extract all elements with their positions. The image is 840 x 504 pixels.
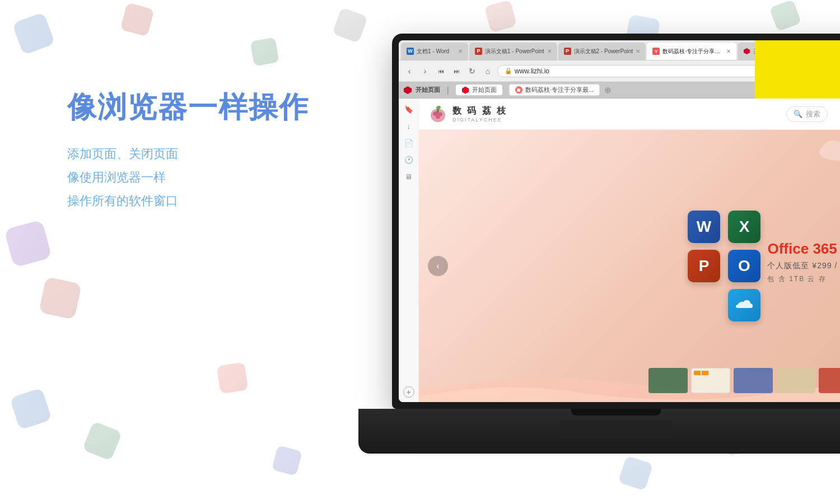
onedrive-icon — [728, 289, 760, 321]
subtitle: 添加页面、关闭页面 像使用浏览器一样 操作所有的软件窗口 — [67, 142, 309, 212]
float-icon-excel-3 — [82, 421, 123, 461]
tab-lizhi-icon: V — [652, 48, 660, 55]
sidebar-btn-bookmarks[interactable]: 🔖 — [403, 103, 415, 115]
first-button[interactable]: ⏮ — [435, 65, 447, 77]
tab-ppt2-close[interactable]: ✕ — [636, 48, 640, 54]
search-icon: 🔍 — [794, 110, 802, 118]
tab-ppt2-icon: P — [564, 48, 571, 55]
float-icon-excel-1 — [250, 37, 279, 66]
powerpoint-icon: P — [688, 250, 720, 282]
tab-separator: | — [447, 86, 449, 95]
startpage-icon — [461, 86, 469, 94]
laptop: W 文档1 - Word ✕ P 演示文稿1 - PowerPoint ✕ P … — [358, 34, 840, 454]
excel-icon: X — [728, 211, 760, 243]
tab-ppt1-label: 演示文稿1 - PowerPoint — [485, 48, 544, 55]
tab-ppt1-icon: P — [475, 48, 482, 55]
cloud-decoration — [816, 138, 840, 163]
subtitle-line-3: 操作所有的软件窗口 — [67, 189, 309, 213]
float-icon-ppt-1 — [120, 2, 154, 36]
laptop-body: W 文档1 - Word ✕ P 演示文稿1 - PowerPoint ✕ P … — [392, 34, 840, 409]
outlook-icon: O — [728, 250, 760, 282]
subtitle-line-2: 像使用浏览器一样 — [67, 166, 309, 189]
forward-button[interactable]: › — [419, 65, 431, 77]
sidebar: 🔖 ↓ 📄 🕐 🖥 + — [399, 99, 419, 402]
lizhi-tab-label: 数码荔枝·专注于分享最... — [525, 86, 594, 94]
tab-word[interactable]: W 文档1 - Word ✕ — [401, 43, 468, 60]
sidebar-btn-add[interactable]: + — [403, 386, 414, 398]
office-desc: 包 含 1TB 云 存 — [767, 274, 840, 284]
tab-ppt1-close[interactable]: ✕ — [547, 48, 552, 54]
hero-banner: ‹ W X P O — [419, 130, 840, 402]
thumb-2 — [691, 368, 730, 393]
quick-tab-add[interactable]: ⊕ — [604, 85, 612, 95]
tab-lizhi[interactable]: V 数码荔枝·专注于分享最... ✕ — [647, 43, 736, 60]
float-icon-word-1 — [12, 12, 55, 55]
tab-ppt2[interactable]: P 演示文稿2 - PowerPoint ✕ — [558, 43, 646, 60]
web-content: 数 码 荔 枝 DIGITALYCHEE 🔍 搜索 首页 — [419, 99, 840, 402]
word-icon: W — [688, 211, 720, 243]
quick-tab-lizhi[interactable]: 数码荔枝·专注于分享最... — [509, 84, 600, 96]
search-placeholder: 搜索 — [806, 109, 820, 119]
float-icon-word-3 — [618, 455, 653, 491]
site-search[interactable]: 🔍 搜索 — [786, 106, 828, 122]
laptop-screen: W 文档1 - Word ✕ P 演示文稿1 - PowerPoint ✕ P … — [399, 40, 840, 402]
float-icon-word-2 — [10, 388, 52, 430]
banner-text: Office 365 正 个人版低至 ¥299 / 包 含 1TB 云 存 — [767, 239, 840, 284]
laptop-notch — [571, 409, 661, 416]
float-icon-teams-1 — [272, 445, 302, 476]
site-sub: DIGITALYCHEE — [452, 117, 507, 123]
float-icon-onenote-1 — [4, 220, 52, 268]
sidebar-btn-notes[interactable]: 📄 — [403, 137, 415, 149]
browser-layout: 🔖 ↓ 📄 🕐 🖥 + — [399, 99, 840, 402]
logo-svg — [428, 104, 448, 124]
thumb-1 — [648, 368, 688, 393]
svg-marker-1 — [404, 86, 412, 94]
left-content: 像浏览器一样操作 添加页面、关闭页面 像使用浏览器一样 操作所有的软件窗口 — [67, 90, 309, 213]
sidebar-btn-download[interactable]: ↓ — [403, 120, 415, 132]
quick-tab-startpage[interactable]: 开始页面 — [456, 85, 502, 95]
startpage-label-2: 开始页面 — [472, 86, 497, 94]
site-logo: 数 码 荔 枝 DIGITALYCHEE — [428, 104, 507, 124]
laptop-base — [358, 409, 840, 454]
startpage-label-1: 开始页面 — [416, 86, 440, 94]
thumb-3 — [734, 368, 773, 393]
svg-marker-0 — [744, 48, 750, 54]
lock-icon: 🔒 — [505, 67, 512, 74]
subtitle-line-1: 添加页面、关闭页面 — [67, 142, 309, 166]
vivaldi-logo-area: 开始页面 — [403, 86, 440, 95]
prev-banner-button[interactable]: ‹ — [428, 256, 448, 276]
float-icon-ppt-2 — [484, 0, 517, 32]
url-text: www.lizhi.io — [515, 67, 549, 75]
float-icon-ppt-3 — [39, 277, 82, 320]
lizhi-favicon — [515, 86, 522, 94]
reload-button[interactable]: ↻ — [466, 65, 478, 77]
back-button[interactable]: ‹ — [403, 65, 416, 77]
thumb-5 — [819, 368, 840, 393]
tab-ppt2-label: 演示文稿2 - PowerPoint — [574, 48, 633, 55]
vivaldi-logo-icon — [403, 86, 412, 95]
laptop-trackpad — [560, 420, 672, 438]
office-title: Office 365 正 — [767, 239, 840, 259]
thumb-4 — [776, 368, 815, 393]
tab-ppt1[interactable]: P 演示文稿1 - PowerPoint ✕ — [469, 43, 557, 60]
office-price: 个人版低至 ¥299 / — [767, 261, 840, 271]
svg-marker-2 — [462, 86, 469, 94]
tab-word-icon: W — [407, 48, 414, 55]
svg-point-6 — [436, 115, 440, 119]
last-button[interactable]: ⏭ — [450, 65, 463, 77]
tab-word-close[interactable]: ✕ — [458, 48, 463, 54]
sidebar-btn-screens[interactable]: 🖥 — [403, 170, 415, 183]
main-title: 像浏览器一样操作 — [67, 90, 309, 124]
logo-text: 数 码 荔 枝 DIGITALYCHEE — [452, 105, 507, 123]
float-icon-red-1 — [217, 362, 248, 394]
tab-vivaldi-icon — [743, 48, 750, 55]
site-header: 数 码 荔 枝 DIGITALYCHEE 🔍 搜索 首页 — [419, 99, 840, 130]
tab-word-label: 文档1 - Word — [417, 48, 449, 55]
tab-lizhi-label: 数码荔枝·专注于分享最... — [662, 48, 724, 55]
float-icon-excel-2 — [769, 0, 802, 31]
tab-lizhi-close[interactable]: ✕ — [726, 48, 731, 54]
sidebar-btn-history[interactable]: 🕐 — [403, 153, 415, 166]
thumbnail-strip — [648, 368, 840, 393]
site-name: 数 码 荔 枝 — [452, 105, 507, 117]
home-button[interactable]: ⌂ — [482, 65, 494, 77]
